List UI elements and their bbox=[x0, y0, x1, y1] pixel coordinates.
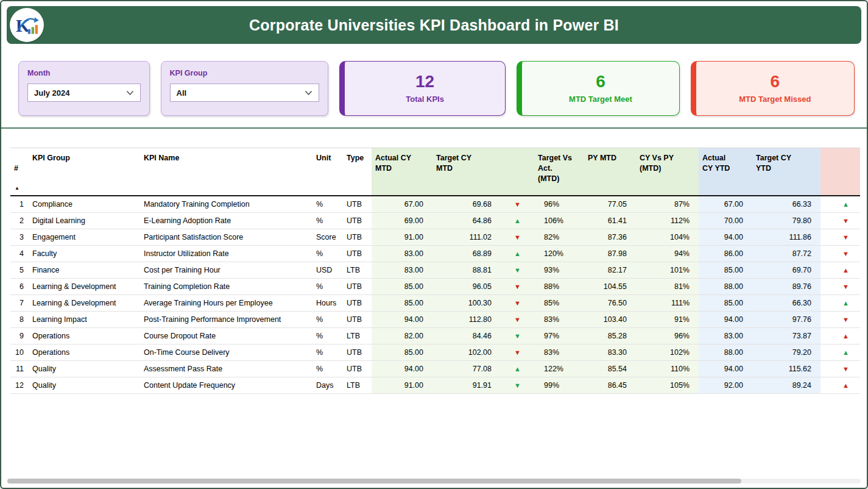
target-cy-mtd-cell: 111.02 bbox=[432, 229, 501, 245]
target-cy-mtd-cell: 91.91 bbox=[432, 377, 501, 393]
col-header-ytd-indicator[interactable] bbox=[820, 148, 860, 196]
col-header-cy-vs-py[interactable]: CY Vs PY (MTD) bbox=[636, 148, 699, 196]
actual-cy-mtd-cell: 83.00 bbox=[372, 245, 432, 262]
ytd-indicator-cell: ▲ bbox=[820, 262, 860, 278]
trend-down-icon: ▼ bbox=[842, 316, 849, 323]
table-row: 9OperationsCourse Dropout Rate%LTB82.008… bbox=[10, 327, 860, 344]
target-vs-act-cell: 122% bbox=[534, 360, 584, 377]
unit-cell: Score bbox=[312, 229, 343, 245]
mtd-indicator-cell: ▼ bbox=[501, 294, 534, 311]
col-header-kpi-name[interactable]: KPI Name bbox=[140, 148, 312, 196]
target-vs-act-cell: 93% bbox=[534, 262, 584, 278]
target-cy-ytd-cell: 115.62 bbox=[752, 360, 820, 377]
kpi-name-cell: Post-Training Performance Improvement bbox=[140, 311, 312, 327]
horizontal-scrollbar-thumb[interactable] bbox=[7, 479, 741, 484]
target-vs-act-cell: 82% bbox=[534, 229, 584, 245]
mtd-indicator-cell: ▼ bbox=[501, 229, 534, 245]
unit-cell: % bbox=[312, 245, 343, 262]
table-row: 6Learning & DevelopmentTraining Completi… bbox=[10, 278, 860, 294]
ytd-indicator-cell: ▼ bbox=[820, 229, 860, 245]
mtd-target-missed-label: MTD Target Missed bbox=[739, 95, 811, 104]
target-cy-ytd-cell: 69.70 bbox=[752, 262, 820, 278]
target-vs-act-cell: 88% bbox=[534, 278, 584, 294]
col-header-kpi-group[interactable]: KPI Group bbox=[29, 148, 140, 196]
mtd-indicator-cell: ▼ bbox=[501, 278, 534, 294]
py-mtd-cell: 87.98 bbox=[584, 245, 636, 262]
kpi-name-cell: Participant Satisfaction Score bbox=[140, 229, 312, 245]
kpi-group-cell: Engagement bbox=[29, 229, 140, 245]
unit-cell: % bbox=[312, 344, 343, 360]
actual-cy-ytd-cell: 67.00 bbox=[699, 196, 752, 213]
table-row: 11QualityAssessment Pass Rate%UTB94.0077… bbox=[10, 360, 860, 377]
trend-down-icon: ▼ bbox=[514, 299, 521, 307]
col-header-type[interactable]: Type bbox=[343, 148, 372, 196]
row-number-cell: 7 bbox=[10, 294, 29, 311]
month-dropdown[interactable]: July 2024 bbox=[27, 84, 141, 102]
target-cy-ytd-cell: 111.86 bbox=[752, 229, 820, 245]
actual-cy-mtd-cell: 67.00 bbox=[372, 196, 432, 213]
target-cy-ytd-cell: 89.24 bbox=[752, 377, 820, 393]
target-vs-act-cell: 96% bbox=[534, 196, 584, 213]
target-cy-mtd-cell: 102.00 bbox=[432, 344, 501, 360]
col-header-target-cy-ytd[interactable]: Target CY YTD bbox=[752, 148, 820, 196]
py-mtd-cell: 82.17 bbox=[584, 262, 636, 278]
ytd-indicator-cell: ▲ bbox=[820, 377, 860, 393]
kpi-name-cell: E-Learning Adoption Rate bbox=[140, 212, 312, 229]
target-cy-ytd-cell: 79.80 bbox=[752, 212, 820, 229]
target-cy-ytd-cell: 89.76 bbox=[752, 278, 820, 294]
actual-cy-ytd-cell: 92.00 bbox=[699, 377, 752, 393]
py-mtd-cell: 76.50 bbox=[584, 294, 636, 311]
total-kpis-value: 12 bbox=[415, 73, 434, 90]
row-number-cell: 11 bbox=[10, 360, 29, 377]
col-header-unit[interactable]: Unit bbox=[312, 148, 343, 196]
col-header-target-vs-act[interactable]: Target Vs Act. (MTD) bbox=[534, 148, 584, 196]
unit-cell: USD bbox=[312, 262, 343, 278]
kpi-logo: K bbox=[10, 8, 44, 42]
kpi-group-cell: Learning Impact bbox=[29, 311, 140, 327]
horizontal-scrollbar-track[interactable] bbox=[7, 479, 861, 484]
kpi-group-cell: Quality bbox=[29, 377, 140, 393]
type-cell: LTB bbox=[343, 262, 372, 278]
mtd-indicator-cell: ▼ bbox=[501, 311, 534, 327]
trend-down-icon: ▼ bbox=[514, 283, 521, 290]
col-header-num[interactable]: # ▲ bbox=[10, 148, 29, 196]
type-cell: UTB bbox=[343, 311, 372, 327]
table-row: 5FinanceCost per Training HourUSDLTB83.0… bbox=[10, 262, 860, 278]
target-cy-ytd-cell: 79.20 bbox=[752, 344, 820, 360]
ytd-indicator-cell: ▼ bbox=[820, 278, 860, 294]
row-number-cell: 2 bbox=[10, 212, 29, 229]
kpi-group-slicer: KPI Group All bbox=[161, 61, 328, 116]
cy-vs-py-cell: 111% bbox=[636, 294, 699, 311]
trend-up-icon: ▲ bbox=[514, 217, 521, 224]
col-header-py-mtd[interactable]: PY MTD bbox=[584, 148, 636, 196]
kpi-group-cell: Digital Learning bbox=[29, 212, 140, 229]
cy-vs-py-cell: 104% bbox=[636, 229, 699, 245]
unit-cell: % bbox=[312, 311, 343, 327]
actual-cy-ytd-cell: 88.00 bbox=[699, 278, 752, 294]
col-header-mtd-indicator[interactable] bbox=[501, 148, 534, 196]
py-mtd-cell: 61.41 bbox=[584, 212, 636, 229]
table-row: 12QualityContent Update FrequencyDaysLTB… bbox=[10, 377, 860, 393]
actual-cy-ytd-cell: 94.00 bbox=[699, 360, 752, 377]
target-cy-ytd-cell: 73.87 bbox=[752, 327, 820, 344]
mtd-target-missed-value: 6 bbox=[771, 73, 780, 90]
col-header-target-cy-mtd[interactable]: Target CY MTD bbox=[432, 148, 501, 196]
row-number-cell: 9 bbox=[10, 327, 29, 344]
trend-down-icon: ▼ bbox=[842, 217, 849, 224]
trend-up-icon: ▲ bbox=[842, 201, 849, 208]
kpi-logo-icon: K bbox=[12, 10, 41, 40]
py-mtd-cell: 103.40 bbox=[584, 311, 636, 327]
target-cy-ytd-cell: 66.33 bbox=[752, 196, 820, 213]
trend-down-icon: ▼ bbox=[514, 234, 521, 241]
unit-cell: % bbox=[312, 360, 343, 377]
kpi-name-cell: Course Dropout Rate bbox=[140, 327, 312, 344]
type-cell: UTB bbox=[343, 245, 372, 262]
row-number-cell: 1 bbox=[10, 196, 29, 213]
target-vs-act-cell: 120% bbox=[534, 245, 584, 262]
col-header-actual-cy-mtd[interactable]: Actual CY MTD bbox=[372, 148, 432, 196]
actual-cy-ytd-cell: 85.00 bbox=[699, 262, 752, 278]
col-header-actual-cy-ytd[interactable]: Actual CY YTD bbox=[699, 148, 752, 196]
ytd-indicator-cell: ▼ bbox=[820, 360, 860, 377]
kpi-group-dropdown[interactable]: All bbox=[170, 84, 319, 102]
target-vs-act-cell: 106% bbox=[534, 212, 584, 229]
